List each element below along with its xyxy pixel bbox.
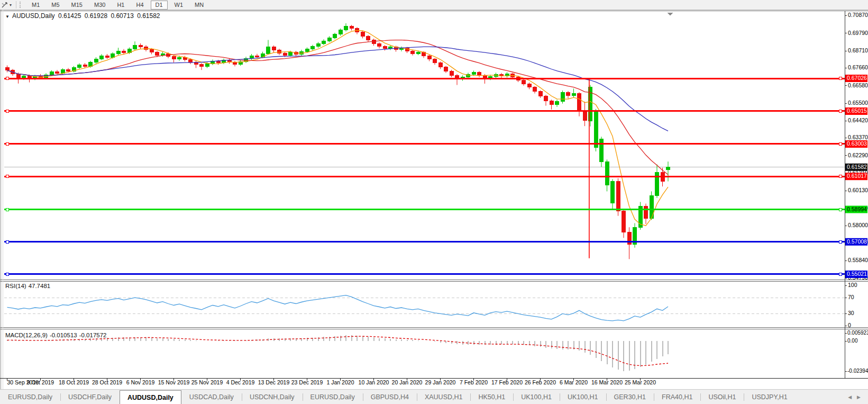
chart-tab-eurusd-daily[interactable]: EURUSD,Daily [303,390,363,404]
hline-anchor[interactable] [6,110,9,112]
svg-text:23 Dec 2019: 23 Dec 2019 [291,379,323,385]
ohlc-close: 0.61582 [137,12,160,20]
crosshair-tool-icon[interactable] [0,1,10,9]
chart-tab-eurusd-daily[interactable]: EURUSD,Daily [0,390,60,404]
chart-tab-usdcnh-daily[interactable]: USDCNH,Daily [242,390,303,404]
svg-text:0.65500: 0.65500 [848,100,868,106]
svg-text:1 Jan 2020: 1 Jan 2020 [327,379,354,385]
hline-anchor[interactable] [6,142,9,145]
svg-text:25 Nov 2019: 25 Nov 2019 [191,379,223,385]
svg-text:13 Dec 2019: 13 Dec 2019 [258,379,290,385]
tabs-scroll-right-icon[interactable]: ▶ [857,394,861,400]
svg-text:0.61582: 0.61582 [847,164,867,170]
svg-text:25 Mar 2020: 25 Mar 2020 [625,379,656,385]
hline-anchor[interactable] [839,77,842,80]
chart-canvas[interactable]: 0.708700.697900.687100.676600.665800.655… [0,10,868,389]
hline-anchor[interactable] [6,175,9,178]
svg-text:0.66580: 0.66580 [848,82,868,88]
rsi-panel: 10070300 [4,282,857,328]
svg-text:7 Feb 2020: 7 Feb 2020 [460,379,488,385]
svg-text:0.63003: 0.63003 [847,140,867,147]
candlestick-series [5,23,670,259]
toolbar-dropdown-icon[interactable]: ▾ [10,3,14,7]
svg-text:0.70870: 0.70870 [848,12,868,18]
support-resistance-lines [4,77,845,276]
chart-symbol: AUDUSD,Daily [12,12,55,20]
chart-tab-usoil-h1[interactable]: USOil,H1 [700,390,744,404]
rsi-line [7,295,669,321]
timeframe-button-w1[interactable]: W1 [170,1,188,10]
chart-tab-xauusd-h1[interactable]: XAUUSD,H1 [417,390,471,404]
chart-tab-fra40-h1[interactable]: FRA40,H1 [654,390,700,404]
hline-anchor[interactable] [839,208,842,211]
svg-text:0.65015: 0.65015 [847,107,867,114]
svg-text:100: 100 [848,282,857,288]
hline-anchor[interactable] [839,142,842,145]
hline-anchor[interactable] [6,208,9,211]
timeframe-button-m1[interactable]: M1 [27,1,44,10]
ma-slow-line [7,47,669,131]
hline-anchor[interactable] [6,240,9,243]
chart-tab-uk100-h1[interactable]: UK100,H1 [560,390,606,404]
chart-tab-bar: EURUSD,DailyUSDCHF,DailyAUDUSD,DailyUSDC… [0,389,868,404]
hline-anchor[interactable] [839,240,842,243]
chart-title: ▼AUDUSD,Daily 0.61425 0.61928 0.60713 0.… [5,12,162,20]
svg-text:9 Oct 2019: 9 Oct 2019 [27,379,54,385]
chart-tab-usdjpy-h1[interactable]: USDJPY,H1 [744,390,795,404]
svg-text:0.57008: 0.57008 [847,238,867,245]
timeframe-button-h1[interactable]: H1 [112,1,129,10]
hline-anchor[interactable] [6,77,9,80]
rsi-indicator-label: RSI(14)47.7481 [5,283,52,289]
chart-tabs: EURUSD,DailyUSDCHF,DailyAUDUSD,DailyUSDC… [0,390,840,404]
svg-text:0.55840: 0.55840 [848,257,868,263]
svg-text:0.58000: 0.58000 [848,222,868,228]
svg-text:20 Jan 2020: 20 Jan 2020 [392,379,423,385]
hline-anchor[interactable] [839,175,842,178]
ohlc-low: 0.60713 [111,12,133,20]
time-axis[interactable]: 30 Sep 20199 Oct 201918 Oct 201928 Oct 2… [7,379,656,386]
hline-anchor[interactable] [6,273,9,275]
timeframe-button-d1[interactable]: D1 [151,1,168,10]
svg-text:0: 0 [848,322,851,328]
timeframe-button-m30[interactable]: M30 [89,1,110,10]
svg-text:0.55021: 0.55021 [847,271,867,277]
timeframe-button-m5[interactable]: M5 [47,1,64,10]
svg-text:29 Jan 2020: 29 Jan 2020 [425,379,456,385]
timeframe-button-m15[interactable]: M15 [67,1,87,10]
svg-text:30: 30 [848,310,854,316]
svg-text:-0.023944: -0.023944 [847,368,868,374]
svg-text:26 Feb 2020: 26 Feb 2020 [525,379,556,385]
timeframe-button-h4[interactable]: H4 [131,1,148,10]
chart-tab-usdcad-daily[interactable]: USDCAD,Daily [181,390,242,404]
svg-text:17 Feb 2020: 17 Feb 2020 [491,379,523,385]
hline-anchor[interactable] [839,110,842,112]
ohlc-open: 0.61425 [58,12,81,20]
svg-text:0.005923: 0.005923 [847,330,868,336]
svg-text:4 Dec 2019: 4 Dec 2019 [226,379,255,385]
chart-tab-hk50-h1[interactable]: HK50,H1 [470,390,513,404]
svg-text:0.69790: 0.69790 [848,30,868,36]
svg-text:18 Oct 2019: 18 Oct 2019 [59,379,89,385]
svg-text:6 Nov 2019: 6 Nov 2019 [126,379,155,385]
chart-tab-audusd-daily[interactable]: AUDUSD,Daily [120,390,181,404]
timeframe-buttons: M1M5M15M30H1H4D1W1MN [26,1,209,10]
chart-tab-usdchf-daily[interactable]: USDCHF,Daily [60,390,120,404]
toolbar-grip-handle[interactable] [20,2,23,8]
ma-fast-line [7,30,669,226]
timeframe-toolbar: ▾ M1M5M15M30H1H4D1W1MN [0,0,868,10]
svg-text:0.60130: 0.60130 [848,187,868,193]
chart-tab-ger30-h1[interactable]: GER30,H1 [606,390,654,404]
macd-indicator-label: MACD(12,26,9)-0.010513-0.017572 [5,332,108,338]
chart-tab-uk100-h1[interactable]: UK100,H1 [513,390,560,404]
hline-anchor[interactable] [839,273,842,275]
ohlc-high: 0.61928 [85,12,107,20]
svg-text:0.61017: 0.61017 [847,173,867,179]
macd-signal-line [7,336,669,365]
tabs-scroll-left-icon[interactable]: ◀ [848,394,852,400]
timeframe-button-mn[interactable]: MN [190,1,208,10]
chart-tab-gbpusd-h4[interactable]: GBPUSD,H4 [363,390,417,404]
svg-text:16 Mar 2020: 16 Mar 2020 [591,379,623,385]
chart-title-collapse-icon[interactable]: ▼ [5,14,10,19]
chart-shift-marker-icon[interactable] [667,13,673,16]
svg-text:10 Jan 2020: 10 Jan 2020 [359,379,389,385]
